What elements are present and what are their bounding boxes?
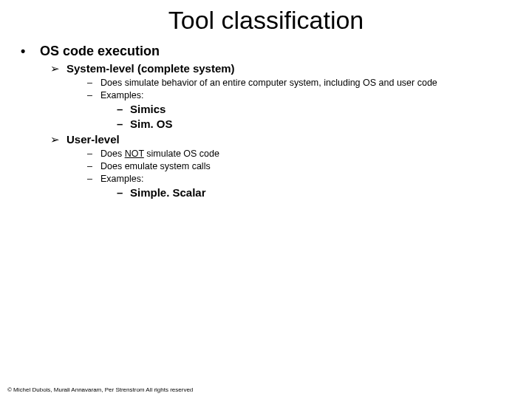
bullet-lvl3: – Examples: <box>87 89 525 102</box>
bullet-lvl2: ➢ User-level <box>50 133 525 146</box>
bullet-lvl4: – Simics <box>117 102 525 117</box>
bullet-lvl1: • OS code execution <box>21 44 525 59</box>
bullet-lvl3: – Examples: <box>87 173 525 185</box>
copyright-footer: © Michel Dubois, Murali Annavaram, Per S… <box>7 386 193 393</box>
arrow-icon: ➢ <box>50 62 66 75</box>
dot-icon: • <box>21 44 40 59</box>
dash-icon: – <box>87 89 100 102</box>
bullet-lvl3: – Does NOT simulate OS code <box>87 148 525 160</box>
bullet-lvl4: – Simple. Scalar <box>117 185 525 200</box>
lvl2-text: User-level <box>66 133 120 146</box>
lvl3-text: Examples: <box>100 173 143 185</box>
lvl1-text: OS code execution <box>40 44 160 59</box>
bullet-lvl3: – Does emulate system calls <box>87 160 525 173</box>
dash-icon: – <box>117 117 130 132</box>
lvl2-text: System-level (complete system) <box>66 62 235 75</box>
bullet-lvl2: ➢ System-level (complete system) <box>50 62 525 75</box>
lvl4-text: Simple. Scalar <box>130 185 206 200</box>
slide-body: • OS code execution ➢ System-level (comp… <box>0 44 532 200</box>
lvl3-text: Does emulate system calls <box>100 160 211 173</box>
slide-title: Tool classification <box>0 0 532 44</box>
lvl3-text: Does simulate behavior of an entire comp… <box>100 77 437 89</box>
lvl3-text: Examples: <box>100 89 143 102</box>
lvl4-text: Simics <box>130 102 166 117</box>
dash-icon: – <box>87 148 100 160</box>
lvl3-text: Does NOT simulate OS code <box>100 148 219 160</box>
underlined-text: NOT <box>125 149 144 159</box>
dash-icon: – <box>117 185 130 200</box>
dash-icon: – <box>87 77 100 89</box>
dash-icon: – <box>117 102 130 117</box>
bullet-lvl4: – Sim. OS <box>117 117 525 132</box>
dash-icon: – <box>87 173 100 185</box>
dash-icon: – <box>87 160 100 173</box>
lvl4-text: Sim. OS <box>130 117 173 132</box>
bullet-lvl3: – Does simulate behavior of an entire co… <box>87 77 525 89</box>
arrow-icon: ➢ <box>50 133 66 146</box>
